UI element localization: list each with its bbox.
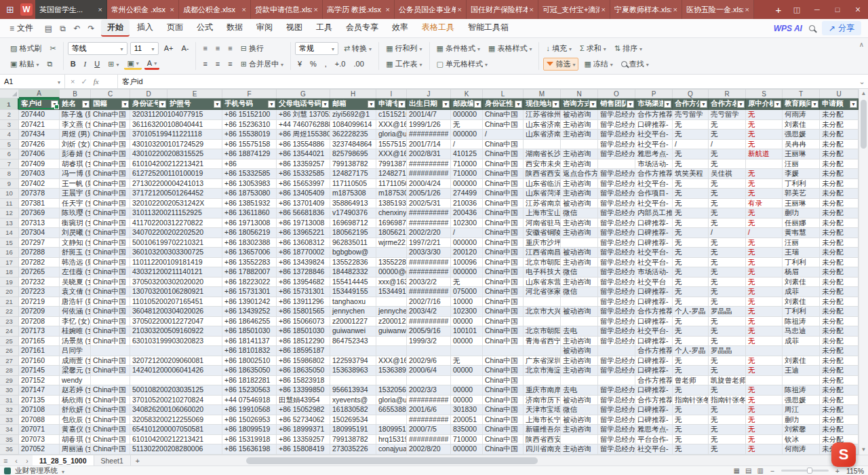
document-tab[interactable]: 英国留学生... [35, 0, 107, 19]
cell[interactable]: China中国 [483, 238, 524, 248]
cell[interactable]: 无 [709, 278, 746, 288]
cell[interactable]: 売亏留学 [709, 110, 746, 120]
cell[interactable]: 00000 [451, 337, 483, 347]
cell[interactable]: 包欣辰 (女 [60, 415, 91, 425]
cell[interactable]: 未分配 [820, 169, 859, 179]
cell[interactable]: 平台合作- [635, 435, 673, 445]
row-header[interactable]: 12 [0, 208, 19, 218]
tab-close-icon[interactable] [386, 5, 390, 14]
cell[interactable]: 重庆市南岸 [524, 385, 561, 396]
column-header-D[interactable]: D [130, 89, 167, 98]
cell[interactable]: 无 [746, 297, 783, 307]
borders-button[interactable]: ⊞ [105, 59, 121, 69]
header-cell[interactable]: 身份证号 [130, 98, 167, 110]
cell[interactable]: 无 [673, 189, 709, 199]
cell[interactable]: 2001/4/7 [407, 110, 451, 120]
cell[interactable]: 曾老师 [673, 376, 709, 386]
cell[interactable]: 无 [746, 405, 783, 415]
cell[interactable]: ########## [407, 317, 451, 327]
cell[interactable]: 山东省菏泽 [524, 189, 561, 199]
cell[interactable]: 207160 [19, 356, 60, 366]
comma-button[interactable]: , [322, 59, 330, 69]
undo-icon[interactable] [70, 24, 84, 33]
header-cell[interactable]: 教育顾问 [783, 98, 820, 110]
cell[interactable]: 110112200109181419 [130, 258, 222, 268]
cell[interactable]: China中国 [483, 110, 524, 120]
prev-sheet-icon[interactable] [11, 455, 22, 466]
row-header[interactable]: 7 [0, 159, 19, 170]
cell[interactable]: 丁利利 [783, 258, 820, 268]
cell[interactable]: 无 [709, 444, 746, 455]
cell[interactable] [598, 376, 635, 386]
cell[interactable]: +86 15319918 [222, 435, 277, 445]
cell[interactable]: 刘素佳 [783, 120, 820, 130]
cell[interactable]: 安徽省铜陵 [524, 228, 561, 238]
column-header-N[interactable]: N [561, 89, 598, 98]
tab-close-icon[interactable] [314, 5, 318, 14]
cell[interactable]: 207402 [19, 179, 60, 189]
document-tab[interactable]: 国任财产保险样本... [467, 0, 538, 19]
cell[interactable]: 山东省东营 [524, 278, 561, 288]
wrap-text-button[interactable]: ⊟换行 [238, 43, 267, 54]
cell[interactable]: 留学总经办 [598, 238, 635, 248]
column-header-M[interactable]: M [524, 89, 561, 98]
filter-dropdown-icon[interactable] [850, 100, 857, 108]
column-header-J[interactable]: J [407, 89, 451, 98]
cell[interactable]: 无 [709, 199, 746, 209]
cell[interactable]: 无 [746, 248, 783, 258]
cell[interactable]: China中国 [91, 179, 130, 189]
cell[interactable]: 留学总经办 [598, 149, 635, 159]
cell[interactable]: 362228235 [330, 130, 376, 140]
freeze-button[interactable]: ▦冻结 [581, 58, 615, 70]
cell[interactable]: +86 18874129 [222, 149, 277, 159]
cell[interactable]: 山东省济南 [524, 130, 561, 140]
cell[interactable]: China中国 [91, 337, 130, 347]
cell[interactable]: ########## [407, 435, 451, 445]
cell[interactable]: 无 [709, 405, 746, 415]
cell[interactable]: 留学总经办 [598, 435, 635, 445]
normal-view-icon[interactable] [734, 467, 740, 474]
cell[interactable]: 未分配 [820, 317, 859, 327]
cell[interactable]: 153449155 [330, 287, 376, 297]
cell[interactable]: 主动咨询 [561, 425, 598, 435]
cell[interactable]: 无 [673, 208, 709, 218]
cell[interactable]: 155751588 [376, 140, 407, 150]
cell[interactable]: China中国 [483, 208, 524, 218]
cell[interactable] [561, 376, 598, 386]
cell[interactable]: 留学总经办 [598, 179, 635, 189]
cell[interactable]: +86 18302388 [222, 238, 277, 248]
cell[interactable]: 未分配 [820, 307, 859, 317]
cell[interactable]: +86 13901242 [222, 297, 277, 307]
cell[interactable]: 微信 [561, 267, 598, 278]
cut-button[interactable]: ✂ [47, 43, 58, 54]
cell[interactable]: 962835011 [330, 238, 376, 248]
cell[interactable]: 无 [746, 110, 783, 120]
cell[interactable]: 吕同学 [60, 346, 91, 356]
formula-bar-expand-icon[interactable] [856, 75, 868, 88]
cell[interactable]: 184482332 [330, 267, 376, 278]
cell[interactable]: 无 [709, 159, 746, 170]
cell[interactable]: 无 [746, 278, 783, 288]
cell[interactable]: China中国 [91, 228, 130, 238]
worksheet-button[interactable]: ▦工作表 [383, 58, 425, 70]
cell[interactable]: 无 [673, 159, 709, 170]
filter-dropdown-icon[interactable] [737, 100, 745, 108]
cell[interactable]: 102300 [451, 218, 483, 229]
menu-tab[interactable]: 公式 [191, 20, 219, 37]
header-cell[interactable]: 邮政编码 [451, 98, 483, 110]
row-header[interactable]: 14 [0, 228, 19, 238]
cell[interactable]: 138519326 [376, 199, 407, 209]
filter-dropdown-icon[interactable] [627, 100, 634, 108]
cell[interactable]: 被动咨询 [561, 199, 598, 209]
cell[interactable]: 社交平台 [635, 278, 673, 288]
cell[interactable]: 207369 [19, 208, 60, 218]
cell[interactable]: v17490376 [330, 208, 376, 218]
cell[interactable]: China中国 [91, 248, 130, 258]
cell[interactable]: 主动咨询 [561, 179, 598, 189]
cell[interactable] [376, 346, 407, 356]
column-header-S[interactable]: S [746, 89, 783, 98]
zoom-level[interactable]: 115% [846, 467, 864, 475]
vertical-scroll-thumb[interactable] [861, 100, 867, 149]
cell[interactable]: 无 [746, 435, 783, 445]
cell[interactable]: +86 15052982 [277, 405, 330, 415]
